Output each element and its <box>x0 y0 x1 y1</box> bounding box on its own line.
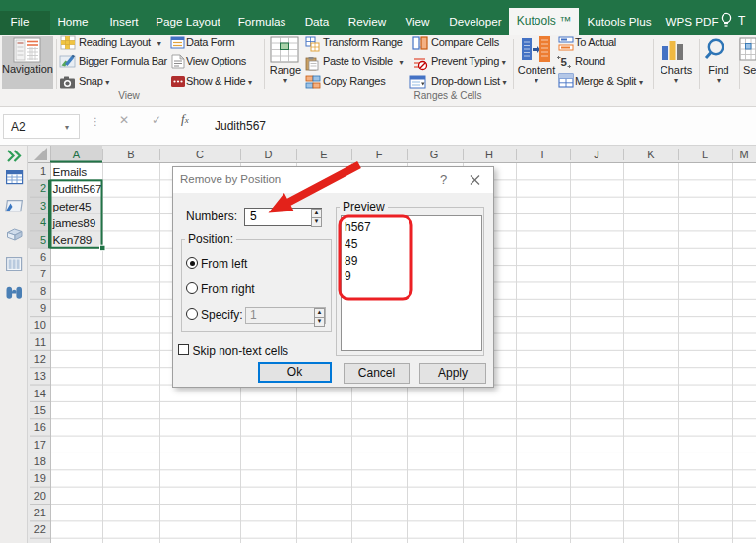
svg-text:5: 5 <box>40 234 46 246</box>
svg-text:Judith567: Judith567 <box>53 182 102 196</box>
svg-text:G: G <box>430 149 439 160</box>
svg-text:21: 21 <box>34 507 46 518</box>
svg-text:7: 7 <box>40 268 46 279</box>
svg-text:I: I <box>540 149 543 160</box>
svg-text:10: 10 <box>34 319 46 331</box>
svg-text:K: K <box>647 149 655 160</box>
svg-text:james89: james89 <box>52 216 96 230</box>
svg-text:E: E <box>320 149 327 160</box>
svg-text:Emails: Emails <box>53 165 88 179</box>
svg-text:20: 20 <box>34 490 46 502</box>
svg-text:C: C <box>196 149 204 160</box>
svg-text:17: 17 <box>34 439 46 451</box>
svg-text:1: 1 <box>40 165 46 177</box>
svg-text:T: T <box>738 14 746 28</box>
svg-text:peter45: peter45 <box>53 200 93 213</box>
svg-text:2: 2 <box>40 182 46 194</box>
svg-text:5: 5 <box>561 56 568 68</box>
svg-text:H: H <box>485 149 493 160</box>
svg-text:22: 22 <box>34 523 46 535</box>
svg-text:14: 14 <box>34 388 46 399</box>
svg-text:L: L <box>702 149 708 160</box>
svg-text:3: 3 <box>40 200 46 211</box>
svg-text:A: A <box>73 149 81 160</box>
svg-text:D: D <box>265 149 273 160</box>
svg-text:Ken789: Ken789 <box>53 233 93 247</box>
svg-text:12: 12 <box>34 353 46 365</box>
svg-text:18: 18 <box>34 455 46 467</box>
svg-text:M: M <box>739 149 748 160</box>
svg-text:4: 4 <box>40 216 46 228</box>
svg-text:B: B <box>127 149 134 160</box>
svg-text:13: 13 <box>34 370 46 382</box>
svg-text:15: 15 <box>34 404 46 416</box>
svg-text:16: 16 <box>34 421 46 433</box>
svg-text:6: 6 <box>40 251 46 263</box>
svg-text:11: 11 <box>35 336 46 348</box>
svg-text:19: 19 <box>34 472 46 484</box>
svg-text:J: J <box>594 149 599 160</box>
svg-text:9: 9 <box>40 302 46 314</box>
svg-text:F: F <box>376 149 383 160</box>
svg-text:8: 8 <box>40 285 46 297</box>
